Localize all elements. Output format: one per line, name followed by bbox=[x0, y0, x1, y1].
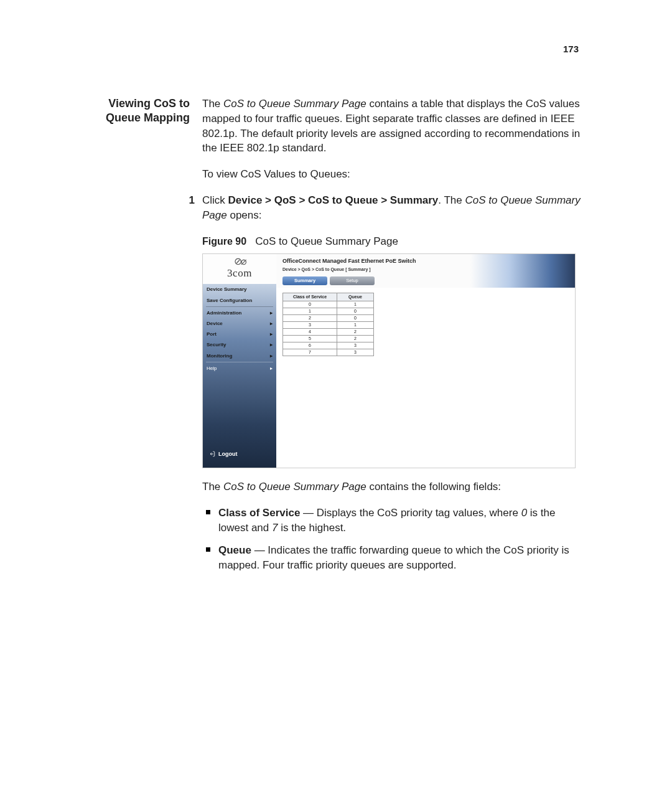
value-italic: 0 bbox=[521, 507, 527, 519]
chevron-right-icon: ▸ bbox=[270, 352, 273, 359]
field-list: Class of Service — Displays the CoS prio… bbox=[202, 506, 585, 572]
cell-cos: 5 bbox=[283, 335, 337, 342]
table-row: 52 bbox=[283, 335, 374, 342]
section-heading: Viewing CoS to Queue Mapping bbox=[81, 97, 190, 126]
cell-cos: 1 bbox=[283, 308, 337, 314]
tab-body: Class of Service Queue 01 10 20 31 42 5 bbox=[276, 288, 575, 468]
chevron-right-icon: ▸ bbox=[270, 365, 273, 372]
main-panel: OfficeConnect Managed Fast Ethernet PoE … bbox=[276, 254, 575, 468]
text: contains the following fields: bbox=[366, 481, 501, 493]
text: Click bbox=[202, 194, 228, 206]
sidebar-spacer bbox=[203, 374, 276, 445]
field-name: Queue bbox=[218, 544, 251, 556]
sidebar-item-label: Device bbox=[207, 320, 223, 327]
page-container: 173 Viewing CoS to Queue Mapping The CoS… bbox=[0, 0, 672, 617]
figure-number: Figure 90 bbox=[202, 236, 246, 247]
intro-paragraph: The CoS to Queue Summary Page contains a… bbox=[202, 97, 585, 156]
text: opens: bbox=[227, 209, 262, 221]
cell-cos: 4 bbox=[283, 328, 337, 335]
sidebar-item-help[interactable]: Help▸ bbox=[203, 363, 276, 374]
page-number: 173 bbox=[563, 44, 579, 54]
logout-label: Logout bbox=[218, 450, 238, 458]
sidebar-divider bbox=[206, 306, 273, 307]
list-item: Class of Service — Displays the CoS prio… bbox=[202, 506, 585, 536]
figure-title: CoS to Queue Summary Page bbox=[255, 235, 398, 247]
table-row: 42 bbox=[283, 328, 374, 335]
section-heading-line2: Queue Mapping bbox=[106, 111, 190, 124]
section-heading-line1: Viewing CoS to bbox=[108, 97, 190, 110]
text: . The bbox=[438, 194, 465, 206]
swirl-icon: ⊘ ⌀ bbox=[234, 257, 245, 266]
table-row: 63 bbox=[283, 342, 374, 349]
sidebar-item-administration[interactable]: Administration▸ bbox=[203, 308, 276, 318]
cell-queue: 3 bbox=[337, 342, 374, 349]
sidebar-item-label: Port bbox=[207, 331, 217, 337]
chevron-right-icon: ▸ bbox=[270, 309, 273, 316]
cell-queue: 2 bbox=[337, 328, 374, 335]
cell-cos: 3 bbox=[283, 321, 337, 328]
body-column: The CoS to Queue Summary Page contains a… bbox=[202, 97, 585, 580]
text: is the highest. bbox=[278, 522, 346, 534]
cell-cos: 2 bbox=[283, 314, 337, 321]
table-row: 73 bbox=[283, 349, 374, 356]
cell-queue: 1 bbox=[337, 301, 374, 308]
text: — Displays the CoS priority tag values, … bbox=[300, 507, 521, 519]
sidebar-item-device[interactable]: Device▸ bbox=[203, 318, 276, 329]
brand-name: 3com bbox=[227, 266, 252, 281]
page-name-italic: CoS to Queue Summary Page bbox=[223, 98, 366, 110]
step-1: 1 Click Device > QoS > CoS to Queue > Su… bbox=[202, 193, 585, 223]
app-title: OfficeConnect Managed Fast Ethernet PoE … bbox=[276, 254, 575, 267]
chevron-right-icon: ▸ bbox=[270, 320, 273, 327]
sidebar-item-port[interactable]: Port▸ bbox=[203, 329, 276, 339]
table-row: 10 bbox=[283, 308, 374, 314]
cos-queue-table: Class of Service Queue 01 10 20 31 42 5 bbox=[282, 293, 374, 356]
table-row: 31 bbox=[283, 321, 374, 328]
brand-logo: ⊘ ⌀ 3com bbox=[203, 254, 276, 284]
cell-queue: 0 bbox=[337, 314, 374, 321]
sidebar-item-device-summary[interactable]: Device Summary bbox=[203, 284, 276, 295]
tab-summary[interactable]: Summary bbox=[282, 276, 327, 285]
cell-cos: 0 bbox=[283, 301, 337, 308]
content-columns: Viewing CoS to Queue Mapping The CoS to … bbox=[81, 97, 585, 580]
sidebar-item-monitoring[interactable]: Monitoring▸ bbox=[203, 351, 276, 361]
cell-cos: 7 bbox=[283, 349, 337, 356]
column-header-queue: Queue bbox=[337, 293, 374, 301]
logout-button[interactable]: Logout bbox=[203, 445, 276, 468]
cell-queue: 2 bbox=[337, 335, 374, 342]
sidebar: ⊘ ⌀ 3com Device Summary Save Configurati… bbox=[203, 254, 276, 468]
sidebar-item-label: Device Summary bbox=[207, 286, 246, 293]
section-heading-column: Viewing CoS to Queue Mapping bbox=[81, 97, 202, 580]
sidebar-item-label: Save Configuration bbox=[207, 297, 252, 304]
step-number: 1 bbox=[185, 193, 202, 223]
sidebar-item-save-configuration[interactable]: Save Configuration bbox=[203, 295, 276, 306]
cell-queue: 3 bbox=[337, 349, 374, 356]
cell-queue: 0 bbox=[337, 308, 374, 314]
column-header-cos: Class of Service bbox=[283, 293, 337, 301]
table-row: 20 bbox=[283, 314, 374, 321]
lead-in: To view CoS Values to Queues: bbox=[202, 167, 585, 182]
embedded-screenshot: ⊘ ⌀ 3com Device Summary Save Configurati… bbox=[202, 253, 576, 468]
sidebar-item-security[interactable]: Security▸ bbox=[203, 339, 276, 350]
chevron-right-icon: ▸ bbox=[270, 331, 273, 337]
table-row: 01 bbox=[283, 301, 374, 308]
sidebar-divider bbox=[206, 362, 273, 362]
sidebar-item-label: Help bbox=[207, 365, 217, 372]
sidebar-item-label: Monitoring bbox=[207, 352, 232, 359]
page-name-italic: CoS to Queue Summary Page bbox=[223, 481, 366, 493]
logout-icon bbox=[209, 451, 215, 457]
cell-queue: 1 bbox=[337, 321, 374, 328]
sidebar-item-label: Security bbox=[207, 341, 226, 348]
tab-strip: Summary Setup bbox=[276, 276, 575, 288]
tab-setup[interactable]: Setup bbox=[330, 276, 375, 285]
figure-caption: Figure 90 CoS to Queue Summary Page bbox=[202, 234, 585, 249]
text: — Indicates the traffic forwarding queue… bbox=[218, 544, 569, 571]
text: The bbox=[202, 481, 223, 493]
list-item: Queue — Indicates the traffic forwarding… bbox=[202, 543, 585, 573]
sidebar-item-label: Administration bbox=[207, 309, 241, 316]
breadcrumb: Device > QoS > CoS to Queue [ Summary ] bbox=[276, 267, 575, 276]
after-screenshot-paragraph: The CoS to Queue Summary Page contains t… bbox=[202, 479, 585, 494]
nav-path-bold: Device > QoS > CoS to Queue > Summary bbox=[228, 194, 439, 206]
chevron-right-icon: ▸ bbox=[270, 341, 273, 348]
cell-cos: 6 bbox=[283, 342, 337, 349]
field-name: Class of Service bbox=[218, 507, 300, 519]
